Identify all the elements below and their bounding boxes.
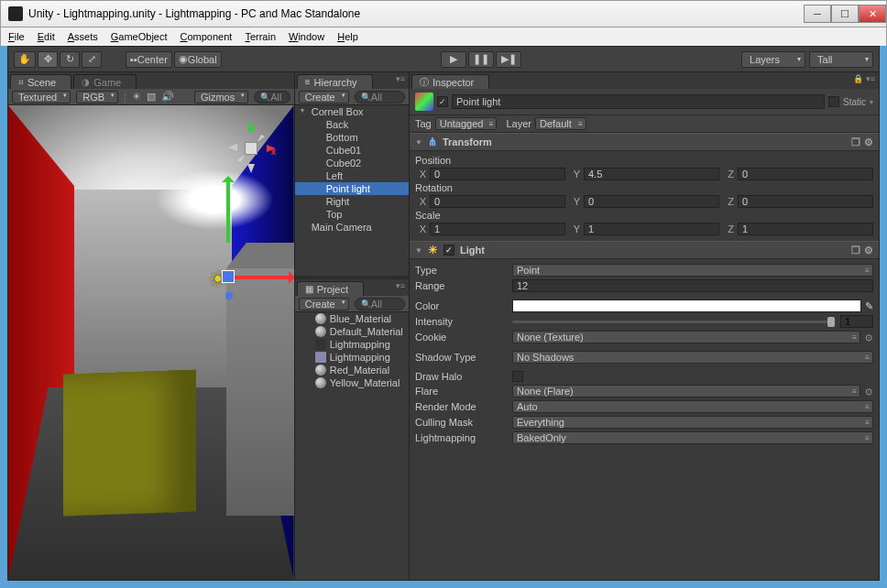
position-z-field[interactable]	[738, 168, 873, 180]
menu-file[interactable]: File	[8, 31, 25, 43]
menu-gameobject[interactable]: GameObject	[111, 31, 168, 43]
hierarchy-item-cornell-box[interactable]: Cornell Box	[295, 105, 409, 118]
hierarchy-item[interactable]: Bottom	[295, 131, 409, 144]
gear-icon[interactable]: ⚙	[864, 136, 873, 148]
project-item[interactable]: Lightmapping	[295, 351, 409, 364]
scale-z-field[interactable]	[738, 223, 873, 235]
pause-button[interactable]: ❚❚	[468, 51, 494, 68]
panel-options-button[interactable]: ▾≡	[396, 281, 405, 290]
help-icon[interactable]: ❐	[851, 136, 860, 148]
draw-halo-checkbox[interactable]	[512, 371, 523, 382]
hierarchy-search-input[interactable]: 🔍 All	[355, 91, 405, 103]
step-button[interactable]: ▶❚	[496, 51, 521, 68]
transform-gizmo[interactable]: ☀	[192, 179, 292, 298]
play-button[interactable]: ▶	[441, 51, 466, 68]
transform-component-header[interactable]: ▼ ⋔ Transform ❐⚙	[410, 133, 879, 151]
pivot-global-button[interactable]: ◉ Global	[174, 51, 222, 68]
menu-terrain[interactable]: Terrain	[245, 31, 276, 43]
scale-x-field[interactable]	[430, 223, 565, 235]
hierarchy-item[interactable]: Left	[295, 169, 409, 182]
menu-edit[interactable]: Edit	[38, 31, 55, 43]
hierarchy-item[interactable]: Top	[295, 208, 409, 221]
hierarchy-item-selected[interactable]: Point light	[295, 182, 409, 195]
menu-assets[interactable]: Assets	[68, 31, 98, 43]
lightmapping-dropdown[interactable]: BakedOnly	[512, 431, 873, 444]
gizmo-z-axis[interactable]	[225, 292, 233, 299]
tab-inspector[interactable]: ⓘInspector	[411, 74, 489, 89]
scale-y-field[interactable]	[584, 223, 719, 235]
project-item[interactable]: Blue_Material	[295, 312, 409, 325]
layer-dropdown[interactable]: Default	[535, 117, 586, 130]
flare-field[interactable]: None (Flare)	[512, 385, 860, 397]
panel-options-button[interactable]: 🔒 ▾≡	[853, 74, 875, 83]
scene-viewport[interactable]: ☀ y x	[8, 105, 294, 580]
move-tool-button[interactable]: ✥	[38, 51, 58, 68]
light-color-swatch[interactable]	[512, 299, 861, 312]
hierarchy-item-main-camera[interactable]: Main Camera	[295, 221, 409, 234]
orientation-gizmo[interactable]: y x	[219, 116, 283, 180]
gameobject-name-input[interactable]	[452, 94, 825, 109]
gizmo-x-axis[interactable]	[228, 276, 292, 279]
layout-dropdown[interactable]: Tall	[809, 51, 873, 68]
menu-component[interactable]: Component	[181, 31, 233, 43]
tag-dropdown[interactable]: Untagged	[435, 117, 498, 130]
gizmos-dropdown[interactable]: Gizmos	[194, 91, 248, 103]
tab-hierarchy[interactable]: ≡Hierarchy	[297, 74, 373, 89]
menu-window[interactable]: Window	[289, 31, 324, 43]
gizmo-origin[interactable]	[222, 270, 235, 283]
eyedropper-icon[interactable]: ✎	[865, 300, 873, 312]
project-create-dropdown[interactable]: Create	[299, 298, 349, 310]
hierarchy-item[interactable]: Cube02	[295, 157, 409, 169]
gear-icon[interactable]: ⚙	[864, 245, 873, 256]
scene-lighting-toggle[interactable]: ☀	[132, 91, 141, 103]
position-y-field[interactable]	[584, 168, 719, 180]
project-item[interactable]: Default_Material	[295, 325, 409, 338]
hierarchy-panel: Cornell Box Back Bottom Cube01 Cube02 Le…	[295, 105, 409, 276]
render-mode-dropdown[interactable]: Auto	[512, 400, 873, 413]
static-dropdown-icon[interactable]: ▾	[870, 98, 873, 106]
tab-project[interactable]: ▦Project	[297, 281, 364, 296]
hand-tool-button[interactable]: ✋	[14, 51, 36, 68]
scene-audio-toggle[interactable]: 🔊	[161, 91, 174, 103]
light-range-field[interactable]	[512, 279, 873, 292]
hierarchy-create-dropdown[interactable]: Create	[299, 91, 349, 103]
help-icon[interactable]: ❐	[851, 245, 860, 256]
light-component-header[interactable]: ▼ ☀ ✓ Light ❐⚙	[410, 241, 879, 259]
shadow-type-dropdown[interactable]: No Shadows	[512, 351, 873, 364]
scale-tool-button[interactable]: ⤢	[82, 51, 102, 68]
intensity-slider[interactable]	[512, 321, 835, 323]
hierarchy-item[interactable]: Back	[295, 118, 409, 131]
menu-help[interactable]: Help	[337, 31, 358, 43]
window-minimize-button[interactable]: ─	[804, 5, 831, 23]
light-enabled-checkbox[interactable]: ✓	[444, 245, 454, 256]
layers-dropdown[interactable]: Layers	[741, 51, 805, 68]
panel-options-button[interactable]: ▾≡	[396, 74, 405, 83]
rotation-x-field[interactable]	[430, 195, 565, 208]
tab-scene[interactable]: ⌗Scene	[10, 74, 71, 89]
project-search-input[interactable]: 🔍 All	[355, 298, 405, 310]
intensity-value-field[interactable]	[840, 315, 873, 328]
hierarchy-item[interactable]: Right	[295, 195, 409, 208]
position-x-field[interactable]	[430, 168, 565, 180]
static-checkbox[interactable]	[828, 96, 839, 107]
cookie-field[interactable]: None (Texture)	[512, 331, 860, 343]
hierarchy-item[interactable]: Cube01	[295, 144, 409, 157]
scene-fx-toggle[interactable]: ▧	[147, 91, 156, 103]
shading-mode-dropdown[interactable]: Textured	[12, 91, 71, 103]
light-type-dropdown[interactable]: Point	[512, 264, 873, 277]
tab-game[interactable]: ◑Game	[73, 74, 137, 89]
culling-mask-dropdown[interactable]: Everything	[512, 416, 873, 429]
rotation-z-field[interactable]	[738, 195, 873, 208]
window-maximize-button[interactable]: ☐	[831, 5, 859, 23]
rotate-tool-button[interactable]: ↻	[60, 51, 80, 68]
project-item[interactable]: Red_Material	[295, 364, 409, 376]
pivot-center-button[interactable]: ▪▪ Center	[126, 51, 172, 68]
project-item[interactable]: Yellow_Material	[295, 376, 409, 389]
gizmo-y-axis[interactable]	[226, 179, 230, 243]
project-item[interactable]: Lightmapping	[295, 338, 409, 351]
window-close-button[interactable]: ✕	[859, 5, 886, 23]
scene-search-input[interactable]: 🔍 All	[254, 91, 290, 103]
render-mode-dropdown[interactable]: RGB	[76, 91, 118, 103]
gameobject-active-checkbox[interactable]: ✓	[437, 96, 448, 107]
rotation-y-field[interactable]	[584, 195, 719, 208]
